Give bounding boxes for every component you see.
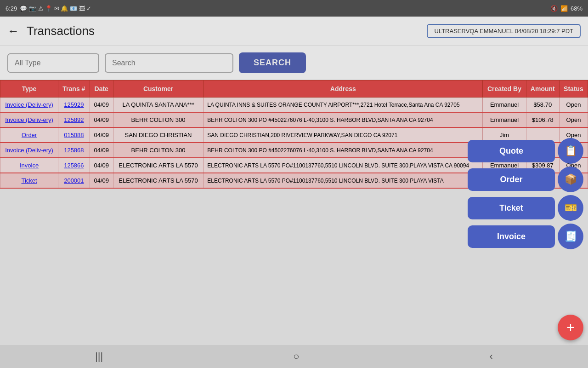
ticket-icon: 🎫	[565, 202, 577, 214]
popup-row-quote: Quote 📋	[468, 138, 583, 164]
invoice-button[interactable]: Invoice	[468, 225, 555, 248]
quote-icon: 📋	[565, 145, 577, 157]
order-icon: 📦	[565, 173, 577, 185]
invoice-icon: 🧾	[565, 230, 577, 242]
quote-icon-button[interactable]: 📋	[558, 138, 583, 164]
ticket-button[interactable]: Ticket	[468, 197, 555, 219]
order-icon-button[interactable]: 📦	[558, 167, 583, 192]
popup-row-order: Order 📦	[468, 167, 583, 192]
ticket-icon-button[interactable]: 🎫	[558, 195, 583, 221]
popup-row-ticket: Ticket 🎫	[468, 195, 583, 221]
fab-add-button[interactable]: +	[558, 315, 583, 340]
invoice-icon-button[interactable]: 🧾	[558, 224, 583, 249]
order-button[interactable]: Order	[468, 168, 555, 191]
popup-row-invoice: Invoice 🧾	[468, 224, 583, 249]
popup-menu: Quote 📋 Order 📦 Ticket 🎫 Invoice 🧾	[468, 138, 583, 249]
quote-button[interactable]: Quote	[468, 140, 555, 162]
